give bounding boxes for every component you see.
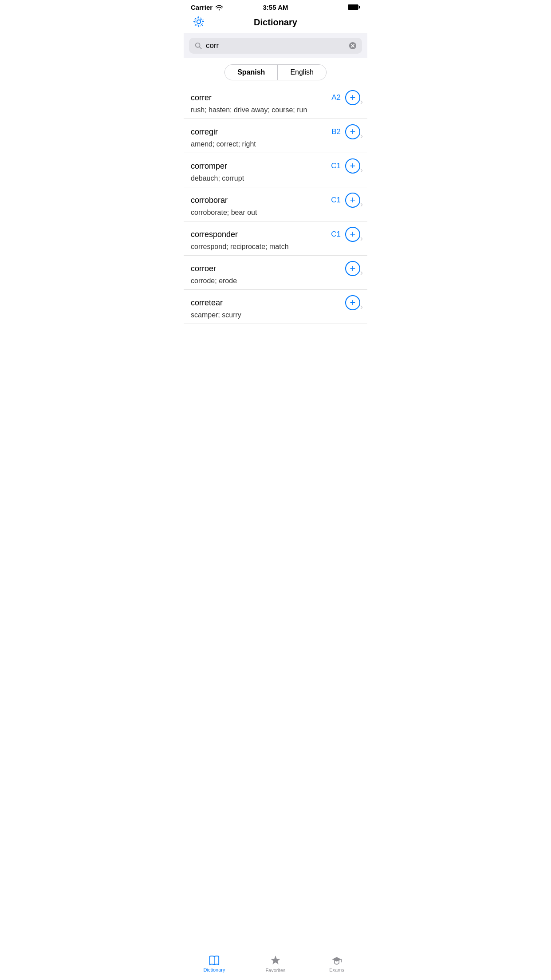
add-word-button[interactable]: +	[345, 261, 360, 276]
word-term: corresponder	[191, 230, 238, 239]
search-icon	[194, 42, 202, 50]
chevron-right-icon: ›	[360, 234, 363, 243]
list-item[interactable]: corroborar C1 + corroborate; bear out ›	[184, 187, 367, 221]
word-term: corromper	[191, 162, 227, 171]
search-input[interactable]	[206, 41, 345, 50]
app-header: Dictionary	[184, 13, 367, 33]
add-word-button[interactable]: +	[345, 295, 360, 310]
level-badge: A2	[331, 93, 341, 102]
word-term: corroer	[191, 264, 216, 273]
chevron-right-icon: ›	[360, 200, 363, 209]
level-badge: C1	[331, 162, 341, 170]
gear-icon	[193, 16, 205, 28]
svg-line-2	[200, 47, 202, 49]
chevron-right-icon: ›	[360, 268, 363, 277]
word-term: corretear	[191, 298, 223, 308]
svg-point-0	[197, 20, 201, 24]
word-actions: C1 +	[331, 193, 360, 208]
english-tab[interactable]: English	[278, 65, 326, 80]
level-badge: B2	[331, 127, 341, 136]
word-list: correr A2 + rush; hasten; drive away; co…	[184, 85, 367, 360]
chevron-right-icon: ›	[360, 131, 363, 141]
word-actions: C1 +	[331, 158, 360, 174]
list-item[interactable]: corromper C1 + debauch; corrupt ›	[184, 153, 367, 187]
status-left: Carrier	[191, 4, 223, 11]
word-actions: B2 +	[331, 124, 360, 139]
language-toggle: Spanish English	[184, 58, 367, 85]
list-item[interactable]: corretear + scamper; scurry ›	[184, 290, 367, 324]
chevron-right-icon: ›	[360, 166, 363, 175]
search-container	[184, 33, 367, 58]
search-bar	[189, 38, 362, 54]
add-word-button[interactable]: +	[345, 193, 360, 208]
list-item[interactable]: correr A2 + rush; hasten; drive away; co…	[184, 85, 367, 119]
list-item[interactable]: corresponder C1 + correspond; reciprocat…	[184, 221, 367, 256]
clear-icon	[349, 42, 357, 50]
chevron-right-icon: ›	[360, 302, 363, 312]
add-word-button[interactable]: +	[345, 124, 360, 139]
word-actions: +	[345, 295, 360, 310]
word-translation: correspond; reciprocate; match	[191, 243, 360, 251]
word-translation: amend; correct; right	[191, 140, 360, 148]
word-actions: +	[345, 261, 360, 276]
toggle-group: Spanish English	[224, 64, 327, 80]
level-badge: C1	[331, 230, 341, 239]
svg-point-1	[196, 43, 200, 47]
status-time: 3:55 AM	[263, 4, 288, 11]
word-term: corroborar	[191, 196, 228, 205]
wifi-icon	[215, 4, 223, 11]
level-badge: C1	[331, 196, 341, 205]
word-translation: corroborate; bear out	[191, 209, 360, 217]
word-term: correr	[191, 93, 212, 103]
settings-button[interactable]	[191, 14, 207, 31]
add-word-button[interactable]: +	[345, 158, 360, 174]
word-actions: C1 +	[331, 227, 360, 242]
word-translation: corrode; erode	[191, 277, 360, 285]
word-actions: A2 +	[331, 90, 360, 105]
status-bar: Carrier 3:55 AM	[184, 0, 367, 13]
add-word-button[interactable]: +	[345, 227, 360, 242]
battery-indicator	[348, 4, 360, 11]
spanish-tab[interactable]: Spanish	[225, 65, 278, 80]
word-translation: scamper; scurry	[191, 311, 360, 319]
carrier-text: Carrier	[191, 4, 213, 11]
search-clear-button[interactable]	[349, 42, 357, 50]
list-item[interactable]: corroer + corrode; erode ›	[184, 256, 367, 290]
page-title: Dictionary	[254, 17, 297, 28]
list-item[interactable]: corregir B2 + amend; correct; right ›	[184, 119, 367, 153]
word-translation: rush; hasten; drive away; course; run	[191, 106, 360, 114]
word-term: corregir	[191, 127, 218, 137]
add-word-button[interactable]: +	[345, 90, 360, 105]
chevron-right-icon: ›	[360, 97, 363, 107]
word-translation: debauch; corrupt	[191, 174, 360, 182]
